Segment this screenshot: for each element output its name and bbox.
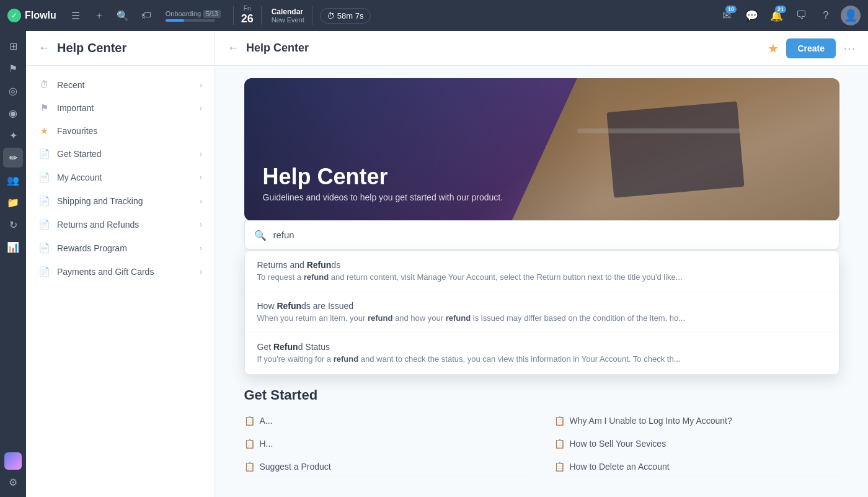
shipping-section: Shipping and Tracking 📋 How to Track Ord… [244,495,529,497]
nav-item-my-account[interactable]: 📄 My Account › [26,166,215,189]
search-button[interactable]: 🔍 [113,6,132,25]
get-started-icon: 📄 [38,148,50,159]
page-header: ← Help Center ★ Create ⋯ [215,31,868,66]
list-item[interactable]: 📋 A... [244,411,529,431]
returns-section: Returns and Refunds 📋 How to Return a Pr… [554,495,839,497]
shipping-title: Shipping and Tracking [244,495,529,497]
sidebar-folder-icon[interactable]: 📁 [3,192,23,212]
sidebar-settings-icon[interactable]: ⚙ [3,472,23,492]
article-label: Suggest a Product [260,462,331,472]
returns-title: Returns and Refunds [554,495,839,497]
nav-label-shipping: Shipping and Tracking [57,196,143,206]
search-input[interactable] [244,220,839,249]
search-result-2[interactable]: How Refunds are Issued When you return a… [245,292,839,333]
list-item[interactable]: 📋 How to Sell Your Sevices [554,434,839,454]
help-button[interactable]: ? [816,6,836,25]
nav-item-get-started[interactable]: 📄 Get Started › [26,142,215,166]
page-back-button[interactable]: ← [228,42,239,55]
chevron-returns: › [200,220,202,229]
page-header-title: Help Center [246,42,309,55]
payments-icon: 📄 [38,266,50,277]
main-area: ⊞ ⚑ ◎ ◉ ✦ ✏ 👥 📁 ↻ 📊 ⚙ ← Help Center ⏱ Re… [0,31,868,497]
sidebar-chart-icon[interactable]: ◎ [3,81,23,101]
nav-item-returns[interactable]: 📄 Returns and Refunds › [26,213,215,236]
mail-badge: 10 [725,6,737,13]
list-item[interactable]: 📋 H... [244,434,529,454]
search-result-3[interactable]: Get Refund Status If you're waiting for … [245,333,839,374]
result-desc-1: To request a refund and return content, … [257,272,826,283]
sidebar-flag-icon[interactable]: ⚑ [3,58,23,78]
nav-label-returns: Returns and Refunds [57,220,139,230]
sidebar-puzzle-icon[interactable]: ✦ [3,125,23,145]
sections-wrap: Get Started 📋 A... 📋 Why Am I Unable to … [244,387,839,497]
sidebar-target-icon[interactable]: ◉ [3,103,23,123]
chevron-shipping: › [200,197,202,205]
avatar[interactable]: 👤 [841,6,861,25]
onboarding-label: Onboarding 5/13 [166,10,221,18]
search-icon: 🔍 [254,229,267,241]
nav-label-favourites: Favourites [57,126,97,136]
nav-item-favourites[interactable]: ★ Favourites [26,120,215,142]
nav-label-important: Important [57,103,94,113]
returns-icon: 📄 [38,219,50,230]
messages-button[interactable]: 🗨 [791,6,811,25]
nav-item-shipping[interactable]: 📄 Shipping and Tracking › [26,189,215,213]
question-icon: ? [823,9,828,22]
create-button[interactable]: Create [786,38,836,58]
add-button[interactable]: ＋ [90,6,108,25]
my-account-icon: 📄 [38,172,50,183]
chevron-my-account: › [200,173,202,182]
more-options-button[interactable]: ⋯ [843,41,856,56]
message-icon: 🗨 [796,9,807,22]
hamburger-menu-button[interactable]: ☰ [66,6,85,25]
bookmark-button[interactable]: 🏷 [137,6,156,25]
divider [233,6,234,25]
article-icon: 📋 [554,439,565,449]
list-item[interactable]: 📋 Suggest a Product [244,457,529,477]
chat-button[interactable]: 💬 [742,6,761,25]
mail-button[interactable]: ✉ 10 [717,6,737,25]
logo-area: ✓ Flowlu [7,9,56,22]
result-highlight-3: Refun [273,342,298,352]
nav-item-recent[interactable]: ⏱ Recent › [26,73,215,96]
left-panel-header: ← Help Center [26,31,215,66]
article-icon: 📋 [244,416,255,426]
sidebar-chart2-icon[interactable]: 📊 [3,237,23,257]
get-started-articles: 📋 A... 📋 Why Am I Unable to Log Into My … [244,411,839,477]
hero-overlay: Help Center Guidelines and videos to hel… [244,78,839,221]
notification-button[interactable]: 🔔 21 [766,6,786,25]
recent-icon: ⏱ [38,79,50,90]
article-label: H... [260,439,273,449]
favourites-star-icon: ★ [38,126,50,136]
result-bold-2b: refund [446,313,471,323]
list-item[interactable]: 📋 How to Delete an Account [554,457,839,477]
nav-item-payments[interactable]: 📄 Payments and Gift Cards › [26,260,215,284]
sidebar-home-icon[interactable]: ⊞ [3,36,23,56]
nav-label-my-account: My Account [57,172,102,182]
back-button[interactable]: ← [38,42,50,55]
nav-label-rewards: Rewards Program [57,243,127,253]
timer-icon: ⏱ [327,11,335,20]
sidebar-refresh-icon[interactable]: ↻ [3,215,23,235]
search-container: 🔍 [244,220,839,249]
nav-item-rewards[interactable]: 📄 Rewards Program › [26,236,215,260]
sidebar-people-icon[interactable]: 👥 [3,170,23,190]
article-icon: 📋 [244,439,255,449]
calendar-widget[interactable]: Calendar New Event [272,7,304,24]
chevron-recent: › [200,81,202,89]
sidebar-colorful-icon[interactable] [4,452,22,470]
result-title-1: Returns and Refunds [257,260,826,270]
article-label: A... [260,416,273,426]
nav-item-important[interactable]: ⚑ Important › [26,96,215,120]
sidebar-pencil-icon[interactable]: ✏ [3,148,23,168]
divider3 [312,6,312,25]
chevron-important: › [200,104,202,112]
chat-icon: 💬 [745,9,758,22]
onboarding-widget[interactable]: Onboarding 5/13 [166,10,221,22]
result-bold-1: refund [304,272,329,282]
favourite-button[interactable]: ★ [768,41,779,56]
important-icon: ⚑ [38,102,50,114]
timer-widget[interactable]: ⏱ 58m 7s [320,8,371,24]
list-item[interactable]: 📋 Why Am I Unable to Log Into My Account… [554,411,839,431]
search-result-1[interactable]: Returns and Refunds To request a refund … [245,251,839,292]
